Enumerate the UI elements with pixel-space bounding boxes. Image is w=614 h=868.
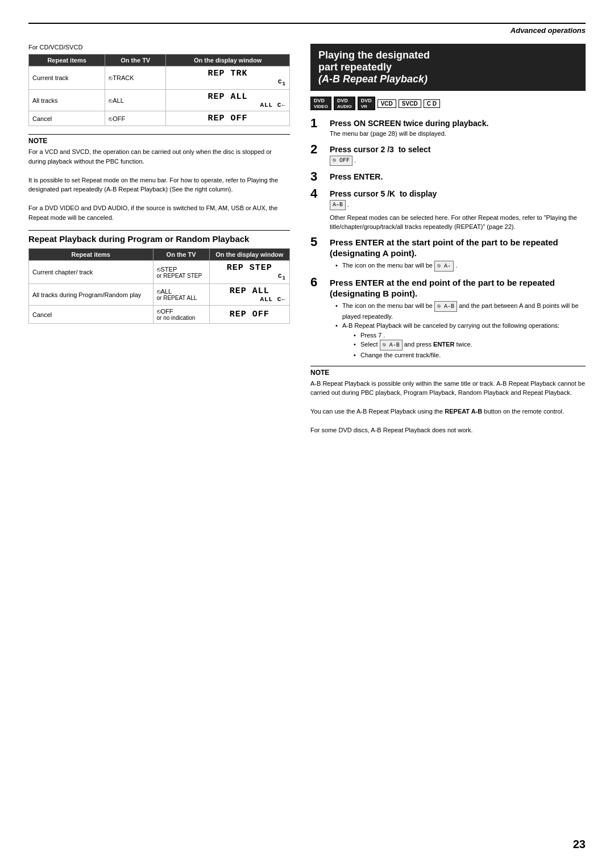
note-box-1: NOTE For a VCD and SVCD, the operation c… xyxy=(28,134,290,222)
title-line1: Playing the designated xyxy=(318,49,578,61)
step-other-repeat: Other Repeat modes can be selected here.… xyxy=(330,214,586,231)
step-content-2: Press cursor 2 /3 to select ⎋ OFF . xyxy=(330,144,586,166)
header-title: Advanced operations xyxy=(511,26,586,35)
tv-line1: ⎋OFF xyxy=(157,308,206,315)
sub-bullet-list: Press 7 . Select ⎋ A-B and press ENTER t… xyxy=(342,331,586,360)
display-text: REP OFF xyxy=(213,310,286,319)
badge-dvd-video: DVDVIDEO xyxy=(310,97,331,110)
display-cell: REP OFF xyxy=(209,306,289,324)
badge-svcd: SVCD xyxy=(399,99,421,108)
right-header-box: Playing the designated part repeatedly (… xyxy=(310,44,586,91)
sub-display: C1 xyxy=(169,78,286,87)
step-heading-3: Press ENTER. xyxy=(330,172,586,182)
item-cell: Current chapter/ track xyxy=(29,261,154,284)
col-header-repeat-items-2: Repeat items xyxy=(29,249,154,261)
display-text: REP ALL xyxy=(169,92,286,102)
sub-bullet-item: Select ⎋ A-B and press ENTER twice. xyxy=(354,340,586,350)
page-number: 23 xyxy=(573,838,586,851)
col-header-display: On the display window xyxy=(166,55,290,66)
step-number-1: 1 xyxy=(310,117,324,130)
step-6: 6 Press ENTER at the end point of the pa… xyxy=(310,277,586,360)
col-header-display-2: On the display window xyxy=(209,249,289,261)
sub-display: ALL C← xyxy=(169,102,286,108)
off-badge: ⎋ OFF xyxy=(330,156,352,166)
title-line2: part repeatedly xyxy=(318,61,578,73)
item-cell: Cancel xyxy=(29,111,105,126)
tv-icon: ⎋ALL xyxy=(109,97,124,104)
step-sub-2: ⎋ OFF . xyxy=(330,156,586,166)
note-title-2: NOTE xyxy=(310,369,586,377)
step-number-4: 4 xyxy=(310,187,324,200)
table-row: All tracks during Program/Random play ⎋A… xyxy=(29,284,290,306)
item-cell: Cancel xyxy=(29,306,154,324)
tv-cell: ⎋OFF xyxy=(105,111,166,126)
step-heading-5: Press ENTER at the start point of the pa… xyxy=(330,237,586,259)
col-header-on-tv: On the TV xyxy=(105,55,166,66)
display-cell: REP STEP C1 xyxy=(209,261,289,284)
section-heading: Repeat Playback during Program or Random… xyxy=(28,230,290,244)
tv-line2: or REPEAT ALL xyxy=(157,295,206,301)
badge-dvd-audio: DVDAUDIO xyxy=(334,97,355,110)
display-cell: REP TRK C1 xyxy=(166,66,290,90)
badge-cd: C D xyxy=(424,99,440,108)
display-text: REP STEP xyxy=(213,263,286,273)
step-content-6: Press ENTER at the end point of the part… xyxy=(330,277,586,360)
table-row: Current track ⎋TRACK REP TRK C1 xyxy=(29,66,290,90)
item-cell: All tracks during Program/Random play xyxy=(29,284,154,306)
display-text: REP OFF xyxy=(169,114,286,123)
note-text-1: For a VCD and SVCD, the operation can be… xyxy=(28,147,290,222)
table-row: Cancel ⎋OFF REP OFF xyxy=(29,111,290,126)
tv-cell: ⎋TRACK xyxy=(105,66,166,90)
col-header-on-tv-2: On the TV xyxy=(153,249,209,261)
step-heading-1: Press ON SCREEN twice during playback. xyxy=(330,118,586,128)
table-row: Current chapter/ track ⎋STEP or REPEAT S… xyxy=(29,261,290,284)
format-badges: DVDVIDEO DVDAUDIO DVDVR VCD SVCD C D xyxy=(310,97,586,110)
repeat-table-2: Repeat items On the TV On the display wi… xyxy=(28,248,290,324)
step-1: 1 Press ON SCREEN twice during playback.… xyxy=(310,118,586,139)
left-column: For CD/VCD/SVCD Repeat items On the TV O… xyxy=(28,44,290,443)
repeat-table-1: Repeat items On the TV On the display wi… xyxy=(28,54,290,126)
for-label: For CD/VCD/SVCD xyxy=(28,44,290,51)
step-2: 2 Press cursor 2 /3 to select ⎋ OFF . xyxy=(310,144,586,166)
tv-line2: or REPEAT STEP xyxy=(157,273,206,279)
tv-cell: ⎋ALL or REPEAT ALL xyxy=(153,284,209,306)
display-cell: REP OFF xyxy=(166,111,290,126)
a-badge: ⎋ A- xyxy=(434,261,454,272)
select-ab-badge: ⎋ A-B xyxy=(380,340,403,350)
item-cell: All tracks xyxy=(29,90,105,111)
step-number-3: 3 xyxy=(310,170,324,183)
step-content-4: Press cursor 5 /K to display A–B . Other… xyxy=(330,189,586,231)
tv-cell: ⎋ALL xyxy=(105,90,166,111)
step-number-5: 5 xyxy=(310,236,324,248)
step-4: 4 Press cursor 5 /K to display A–B . Oth… xyxy=(310,189,586,231)
header-row: Advanced operations xyxy=(28,26,586,35)
bullet-item: A-B Repeat Playback will be canceled by … xyxy=(335,321,586,360)
badge-dvd-vr: DVDVR xyxy=(358,97,375,110)
note-text-2: A-B Repeat Playback is possible only wit… xyxy=(310,379,586,435)
right-column: Playing the designated part repeatedly (… xyxy=(310,44,586,443)
item-cell: Current track xyxy=(29,66,105,90)
step-heading-2: Press cursor 2 /3 to select xyxy=(330,144,586,155)
tv-cell: ⎋STEP or REPEAT STEP xyxy=(153,261,209,284)
display-cell: REP ALL ALL C← xyxy=(166,90,290,111)
ab-badge: A–B xyxy=(330,200,346,210)
note-title-1: NOTE xyxy=(28,137,290,145)
tv-line1: ⎋STEP xyxy=(157,266,206,273)
sub-display: ALL C← xyxy=(213,296,286,303)
sub-bullet-item: Press 7 . xyxy=(354,331,586,340)
step-5: 5 Press ENTER at the start point of the … xyxy=(310,237,586,272)
step-content-5: Press ENTER at the start point of the pa… xyxy=(330,237,586,272)
page: Advanced operations For CD/VCD/SVCD Repe… xyxy=(0,0,614,868)
step-sub-4: A–B . xyxy=(330,200,586,210)
step-3: 3 Press ENTER. xyxy=(310,172,586,183)
table-row: All tracks ⎋ALL REP ALL ALL C← xyxy=(29,90,290,111)
display-cell: REP ALL ALL C← xyxy=(209,284,289,306)
step-sub-1: The menu bar (page 28) will be displayed… xyxy=(330,130,586,138)
header-rule xyxy=(28,23,586,24)
tv-line2: or no indication xyxy=(157,315,206,321)
tv-cell: ⎋OFF or no indication xyxy=(153,306,209,324)
bullet-item: The icon on the menu bar will be ⎋ A-B a… xyxy=(335,301,586,322)
repeat-ab-label: REPEAT A-B xyxy=(445,408,482,415)
step-heading-4: Press cursor 5 /K to display xyxy=(330,189,586,199)
sub-bullet-item: Change the current track/file. xyxy=(354,350,586,360)
